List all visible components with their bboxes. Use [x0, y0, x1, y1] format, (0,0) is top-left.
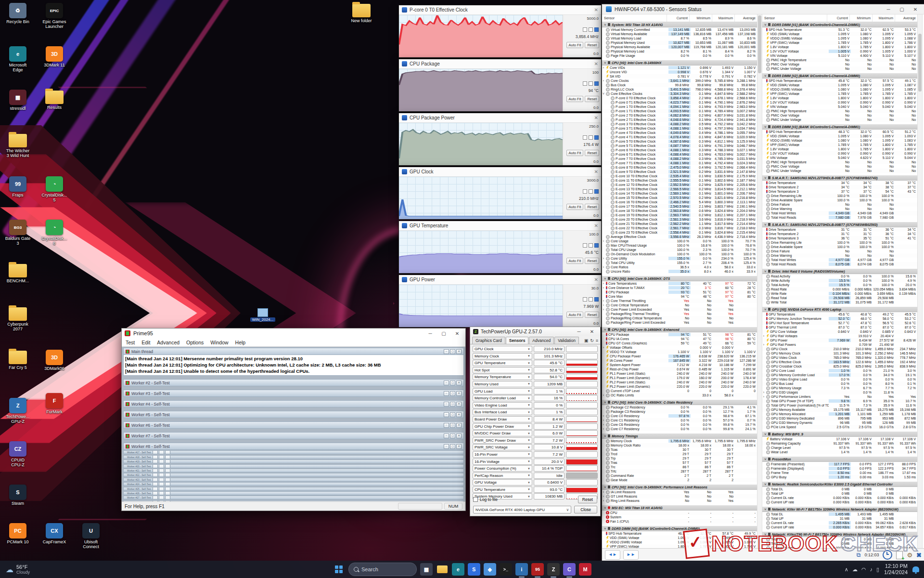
- sensor-row[interactable]: ›IA Limit ReasonsYesNoYes: [602, 490, 757, 494]
- graph-checkbox[interactable]: [594, 27, 599, 32]
- window-button[interactable]: ─: [444, 381, 449, 385]
- menu-icon[interactable]: ≡: [596, 338, 598, 343]
- sensor-row[interactable]: Total DL0 MB0 MB0 MB: [762, 487, 917, 491]
- sensor-row[interactable]: GPU Crossbar Clock825.0 MHz825.0 MHz1,39…: [762, 364, 917, 368]
- sensor-row[interactable]: VDD (SWA) Voltage1.095 V1.080 V1.095 V1.…: [762, 32, 917, 36]
- sensor-row[interactable]: Total Host Writes4,977 GB4,977 GB4,977 G…: [762, 258, 917, 262]
- desktop-icon[interactable]: FFurMark: [37, 393, 72, 414]
- sensor-row[interactable]: Drive Temperature31 °C31 °C36 °C34 °C: [762, 227, 917, 232]
- sensor-section-header[interactable]: ˅CPU [#0]: Intel Core i9-14900HX: DTS: [602, 276, 757, 281]
- window-button[interactable]: [153, 450, 158, 454]
- worker-window-title-bar[interactable]: Worker #7 - Self-Test─▢✕: [123, 432, 464, 439]
- close-icon[interactable]: ✕: [594, 277, 598, 282]
- sensor-row[interactable]: PL2 Power Limit (Dynamic)220.0 W220.0 W2…: [602, 384, 757, 389]
- sensor-row[interactable]: Virtual Memory Load8.7 %8.5 %8.9 %8.6 %: [602, 36, 757, 40]
- worker-window-title-bar[interactable]: Worker #6 - Self-Test─▢✕: [123, 421, 464, 429]
- sensor-row[interactable]: P-core 7 T0 Effective Clock4,088.2 MHz0.…: [602, 157, 757, 161]
- battery-icon[interactable]: ▯: [876, 566, 879, 573]
- gpuz-title-bar[interactable]: Z TechPowerUp GPU-Z 2.57.0 ─ ✕: [470, 327, 600, 336]
- gpuz-sensor-label[interactable]: Memory Clock▼: [473, 353, 532, 359]
- window-button[interactable]: ─: [444, 434, 449, 438]
- sensor-row[interactable]: Trcd29 T29 T29 T: [602, 452, 757, 456]
- desktop-icon[interactable]: CZCPUID CPU-Z: [0, 441, 36, 467]
- auto-fit-button[interactable]: Auto Fit: [566, 150, 584, 156]
- sensor-row[interactable]: Memory Clock Ratio18.00 x18.00 x18.00 x1…: [602, 443, 757, 447]
- window-button[interactable]: ─: [444, 391, 449, 396]
- sensor-row[interactable]: Drive FailureNoNoNo: [762, 202, 917, 207]
- sensor-row[interactable]: Write Rate0.104 MB/s0.000 MB/s3.659 MB/s…: [762, 291, 917, 296]
- sensor-row[interactable]: Drive Temperature 231 °C31 °C36 °C34 °C: [762, 232, 917, 236]
- window-button[interactable]: [159, 469, 164, 473]
- window-button[interactable]: [159, 491, 164, 495]
- sensor-row[interactable]: System Agent Power7.212 W4.216 W10.186 W…: [602, 363, 757, 367]
- close-icon[interactable]: ✕: [594, 169, 598, 174]
- sensor-row[interactable]: GPU Memory Junction Temperature52.0 °C48…: [762, 316, 917, 321]
- menu-item-test[interactable]: Test: [126, 340, 135, 345]
- gpuz-sensor-label[interactable]: Bus Interface Load▼: [473, 409, 532, 415]
- auto-fit-button[interactable]: Auto Fit: [566, 204, 584, 210]
- window-button[interactable]: [165, 478, 170, 482]
- sensor-row[interactable]: VDD (SWA) Voltage1.095 V1.080 V1.095 V1.…: [762, 83, 917, 87]
- refresh-icon[interactable]: ↻: [590, 338, 594, 343]
- sensor-row[interactable]: P-core 2 T1 Effective Clock4,048.6 MHz0.…: [602, 118, 757, 122]
- sensor-row[interactable]: Drive Temperature34 °C34 °C38 °C37 °C: [762, 181, 917, 185]
- sensor-row[interactable]: VPP (SWC) Voltage1.785 V1.785 V1.800 V1.…: [762, 143, 917, 147]
- sensor-row[interactable]: Core Max94 °C48 °C97 °C80 °C: [602, 294, 757, 299]
- worker-window-title-bar[interactable]: Worker #20 - Self-Test: [123, 464, 464, 468]
- sensor-section-header[interactable]: ˅Battery: MSI BIF0_9: [762, 432, 917, 437]
- graph-checkbox[interactable]: [594, 135, 599, 140]
- gpuz-sensor-label[interactable]: Memory Used▼: [473, 381, 532, 387]
- window-button[interactable]: [159, 496, 164, 499]
- graph-title-bar[interactable]: GPU Clock✕: [399, 167, 601, 177]
- window-button[interactable]: [159, 478, 164, 482]
- desktop-icon[interactable]: Results: [37, 90, 72, 110]
- sensor-row[interactable]: E-core 13 T0 Effective Clock2,566.5 MHz0…: [602, 187, 757, 191]
- sensor-row[interactable]: 1.8V Voltage1.800 V1.785 V1.800 V1.800 V: [762, 45, 917, 49]
- gpuz-sensor-label[interactable]: MVDDC Power Draw▼: [473, 430, 532, 436]
- sensor-row[interactable]: ›Ring Limit ReasonsNoNoYes: [602, 499, 757, 503]
- sensor-row[interactable]: PMIC Under VoltageNoNoNoNo: [762, 169, 917, 173]
- window-button[interactable]: [153, 473, 158, 477]
- menu-item-options[interactable]: Options: [186, 340, 204, 345]
- desktop-icon[interactable]: ◔CrystalDisk... 8: [37, 220, 72, 246]
- window-button[interactable]: [165, 473, 170, 477]
- sensor-row[interactable]: P-core 5 T1 Effective Clock4,087.7 MHz0.…: [602, 144, 757, 148]
- window-button[interactable]: ─: [444, 412, 449, 417]
- sensor-row[interactable]: Read Activity0.0 %0.0 %100.0 %15.6 %: [762, 274, 917, 278]
- graph-checkbox[interactable]: [583, 81, 587, 86]
- menu-item-advanced[interactable]: Advanced: [157, 340, 180, 345]
- sensor-row[interactable]: Framerate (Displayed)0.0 FPS0.0 FPS122.3…: [762, 466, 917, 471]
- window-button[interactable]: [165, 450, 170, 454]
- sensor-row[interactable]: ›GPU Performance LimitersYesNoYesYes: [762, 394, 917, 399]
- gpuz-sensor-label[interactable]: PerfCap Reason▼: [473, 473, 532, 479]
- sensor-row[interactable]: Tras57 T57 T57 T: [602, 460, 757, 465]
- sensor-row[interactable]: GPU Core Load1.0 %0.0 %21.0 %3.0 %: [762, 368, 917, 373]
- gpuz-sensor-label[interactable]: Video Engine Load▼: [473, 402, 532, 408]
- sensor-row[interactable]: P-core 7 T1 Effective Clock4,088.1 MHz0.…: [602, 161, 757, 165]
- taskbar-weather-widget[interactable]: ☁ 56°F Cloudy: [0, 564, 36, 575]
- sensor-row[interactable]: PMIC Over VoltageNoNoNoNo: [762, 164, 917, 169]
- sensor-row[interactable]: ›GT Limit ReasonsNoNoNo: [602, 494, 757, 499]
- graph-title-bar[interactable]: P-core 0 T0 Effective Clock✕: [399, 5, 601, 15]
- sensor-section-header[interactable]: ˅MSI EC: MSI Titan 18 HX A14VIG: [602, 505, 757, 511]
- sensor-row[interactable]: ›Core Usage100.0 %0.0 %100.0 %70.7 %: [602, 239, 757, 243]
- close-icon[interactable]: ✕: [594, 223, 598, 228]
- gpu-device-dropdown[interactable]: NVIDIA GeForce RTX 4090 Laptop GPU∨: [473, 506, 571, 513]
- sensor-row[interactable]: ›GPU Rail Powers0.709 W21.490 W: [762, 342, 917, 347]
- sensor-row[interactable]: Package C2 Residency0.0 %0.0 %29.1 %4.1 …: [602, 405, 757, 409]
- desktop-icon-new-folder[interactable]: New folder: [344, 3, 379, 23]
- sensor-row[interactable]: P-core 3 T0 Effective Clock4,088.2 MHz0.…: [602, 122, 757, 126]
- graph-checkbox[interactable]: [594, 81, 599, 86]
- desktop-icon[interactable]: 3D3DMark 11: [37, 46, 72, 67]
- window-button[interactable]: ▢: [450, 412, 455, 417]
- sensor-row[interactable]: PCIe Link Speed2.5 GT/s2.5 GT/s16.0 GT/s…: [762, 425, 917, 429]
- scrollbar[interactable]: [757, 14, 762, 548]
- sensor-row[interactable]: Current cTDP Level0000: [602, 389, 757, 393]
- tab-sensors[interactable]: Sensors: [506, 337, 529, 344]
- sensor-row[interactable]: Drive WarningNoNoNo: [762, 207, 917, 211]
- sensor-row[interactable]: GPU Bus Load0.0 %0.0 %8.0 %0.1 %: [762, 381, 917, 386]
- reset-button[interactable]: Reset: [585, 150, 599, 156]
- scrollbar-thumb[interactable]: [918, 34, 922, 92]
- graph-title-bar[interactable]: CPU Package✕: [399, 59, 601, 69]
- sensor-row[interactable]: CPU Package94 °C51 °C98 °C81 °C: [602, 332, 757, 337]
